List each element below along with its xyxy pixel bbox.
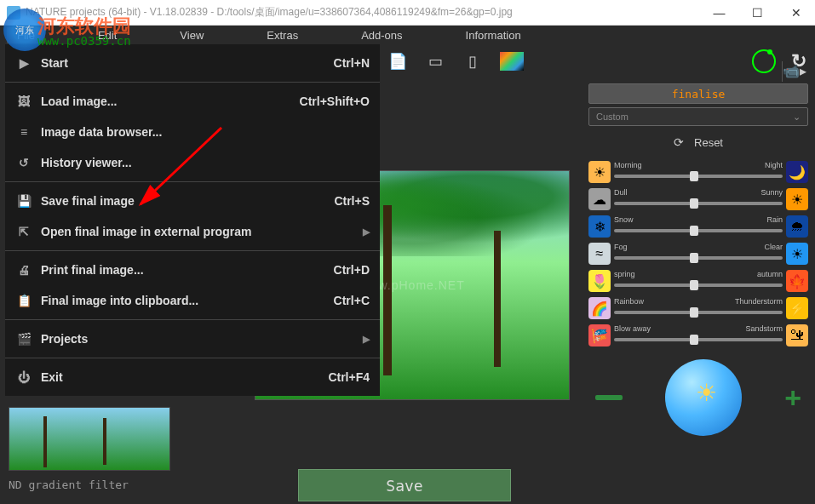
- menubar: File Edit View Extras Add-ons Informatio…: [0, 26, 815, 44]
- menu-item-final-image-into-clipboard[interactable]: 📋Final image into clipboard...Ctrl+C: [5, 285, 380, 316]
- menu-item-label: Image data browser...: [41, 125, 370, 139]
- menu-item-open-final-image-in-external-program[interactable]: ⇱Open final image in external program▶: [5, 216, 380, 247]
- slider-track[interactable]: Blow awaySandstorm: [614, 324, 783, 346]
- slider-handle[interactable]: [690, 198, 698, 209]
- slider-track[interactable]: SnowRain: [614, 215, 783, 238]
- menu-addons[interactable]: Add-ons: [351, 27, 412, 43]
- chevron-right-icon: ▶: [363, 334, 370, 345]
- slider-track[interactable]: DullSunny: [614, 188, 783, 210]
- menu-item-icon: 💾: [15, 192, 32, 209]
- slider-left-label: spring: [614, 270, 635, 278]
- weather-orb[interactable]: [665, 359, 742, 436]
- save-button[interactable]: Save: [298, 469, 511, 501]
- slider-track[interactable]: RainbowThunderstorm: [614, 297, 783, 319]
- slider-left-icon[interactable]: 🌷: [588, 270, 611, 292]
- slider-dull: ☁DullSunny☀: [585, 186, 812, 213]
- slider-right-icon[interactable]: ⚡: [786, 297, 808, 319]
- menu-item-print-final-image[interactable]: 🖨Print final image...Ctrl+D: [5, 255, 380, 285]
- file-dropdown: ▶StartCtrl+N🖼Load image...Ctrl+Shift+O≡I…: [5, 44, 380, 396]
- slider-left-icon[interactable]: ❄: [588, 215, 611, 238]
- menu-item-shortcut: Ctrl+F4: [328, 370, 370, 384]
- slider-right-icon[interactable]: 🏜: [786, 324, 808, 346]
- menu-view[interactable]: View: [169, 27, 214, 43]
- minimize-button[interactable]: —: [700, 0, 738, 26]
- reset-button[interactable]: ⟳ Reset: [585, 131, 812, 153]
- plus-button[interactable]: +: [784, 381, 801, 415]
- menu-information[interactable]: Information: [456, 27, 531, 43]
- menu-item-save-final-image[interactable]: 💾Save final imageCtrl+S: [5, 186, 380, 216]
- slider-handle[interactable]: [690, 307, 698, 318]
- spectrum-icon[interactable]: [500, 52, 524, 71]
- reset-label: Reset: [694, 136, 723, 149]
- slider-right-icon[interactable]: 🌧: [786, 215, 808, 238]
- menu-item-icon: 📋: [15, 292, 32, 309]
- slider-track[interactable]: MorningNight: [614, 161, 783, 183]
- slider-handle[interactable]: [690, 280, 698, 290]
- slider-right-icon[interactable]: ☀: [786, 188, 808, 210]
- filter-label: ND gradient filter: [9, 478, 129, 491]
- slider-left-icon[interactable]: 🌈: [588, 297, 611, 319]
- slider-snow: ❄SnowRain🌧: [585, 213, 812, 240]
- menu-item-shortcut: Ctrl+C: [334, 294, 370, 307]
- slider-right-icon[interactable]: 🌙: [786, 161, 808, 183]
- slider-right-label: Sunny: [760, 188, 783, 197]
- custom-label: Custom: [596, 112, 628, 122]
- menu-separator: [5, 82, 380, 83]
- slider-left-icon[interactable]: 🎏: [588, 324, 611, 346]
- slider-track[interactable]: FogClear: [614, 243, 783, 265]
- reset-icon: ⟳: [674, 135, 684, 149]
- menu-item-shortcut: Ctrl+D: [334, 263, 370, 277]
- menu-item-image-data-browser[interactable]: ≡Image data browser...: [5, 117, 380, 147]
- slider-blow-away: 🎏Blow awaySandstorm🏜: [585, 322, 812, 349]
- menu-item-shortcut: Ctrl+Shift+O: [300, 94, 370, 108]
- slider-handle[interactable]: [690, 171, 698, 181]
- menu-item-icon: ▶: [15, 54, 32, 72]
- menu-item-history-viewer[interactable]: ↺History viewer...: [5, 147, 380, 178]
- tool-icon-1[interactable]: 📄: [387, 51, 408, 72]
- menu-item-label: Final image into clipboard...: [41, 294, 334, 307]
- titlebar: NATURE projects (64-bit) - V1.18.02839 -…: [0, 0, 815, 26]
- menu-item-label: Exit: [41, 370, 328, 384]
- menu-item-icon: ⇱: [15, 223, 32, 240]
- tool-icon-3[interactable]: ▯: [462, 51, 483, 72]
- slider-left-icon[interactable]: ≈: [588, 243, 611, 265]
- slider-right-label: Clear: [764, 243, 783, 251]
- slider-left-icon[interactable]: ☁: [588, 188, 611, 210]
- menu-file[interactable]: File: [7, 27, 45, 43]
- menu-edit[interactable]: Edit: [88, 27, 127, 43]
- window-title: NATURE projects (64-bit) - V1.18.02839 -…: [26, 5, 700, 20]
- menu-item-label: Print final image...: [41, 263, 334, 277]
- slider-fog: ≈FogClear☀: [585, 240, 812, 267]
- slider-right-label: Night: [765, 161, 783, 169]
- menu-item-label: Open final image in external program: [41, 225, 356, 238]
- custom-dropdown[interactable]: Custom ⌄: [588, 107, 808, 126]
- thumbnail-preview[interactable]: [9, 407, 170, 471]
- camera-icon[interactable]: 📹▸: [783, 63, 806, 79]
- slider-right-icon[interactable]: ☀: [786, 243, 808, 265]
- clock-green-icon[interactable]: [752, 49, 776, 73]
- slider-left-label: Dull: [614, 188, 628, 197]
- menu-item-projects[interactable]: 🎬Projects▶: [5, 324, 380, 354]
- menu-item-exit[interactable]: ⏻ExitCtrl+F4: [5, 362, 380, 392]
- finalise-button[interactable]: finalise: [588, 83, 808, 104]
- slider-morning: ☀MorningNight🌙: [585, 158, 812, 186]
- close-button[interactable]: ✕: [777, 0, 815, 26]
- slider-handle[interactable]: [690, 226, 698, 236]
- slider-track[interactable]: springautumn: [614, 270, 783, 292]
- tool-icon-2[interactable]: ▭: [425, 51, 445, 72]
- menu-separator: [5, 358, 380, 358]
- menu-separator: [5, 181, 380, 182]
- menu-separator: [5, 250, 380, 251]
- slider-right-label: Rain: [766, 215, 783, 224]
- slider-left-icon[interactable]: ☀: [588, 161, 611, 183]
- slider-handle[interactable]: [690, 335, 698, 345]
- slider-handle[interactable]: [690, 253, 698, 263]
- slider-right-icon[interactable]: 🍁: [786, 270, 808, 292]
- slider-left-label: Blow away: [614, 324, 651, 333]
- menu-item-start[interactable]: ▶StartCtrl+N: [5, 48, 380, 78]
- app-icon: [7, 6, 20, 20]
- minus-button[interactable]: [595, 395, 623, 400]
- menu-extras[interactable]: Extras: [256, 27, 308, 43]
- menu-item-load-image[interactable]: 🖼Load image...Ctrl+Shift+O: [5, 86, 380, 117]
- maximize-button[interactable]: ☐: [738, 0, 777, 26]
